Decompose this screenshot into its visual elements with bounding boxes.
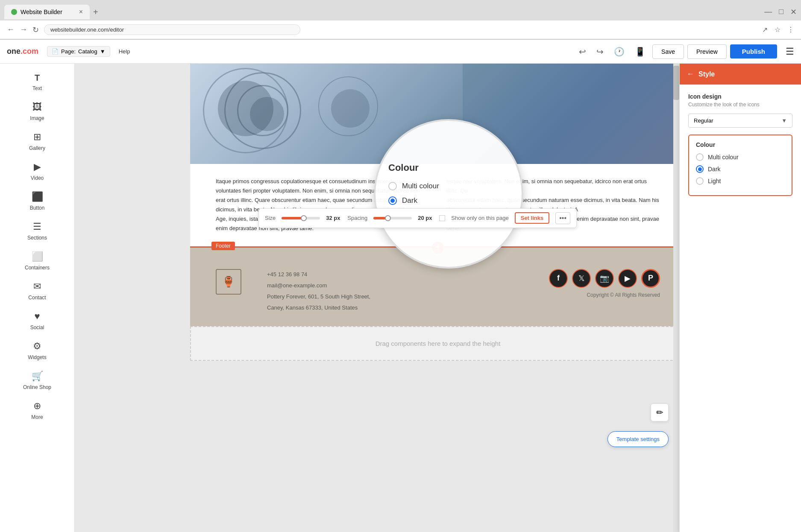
option-label-dark: Dark bbox=[402, 196, 417, 205]
button-icon: ⬛ bbox=[32, 191, 43, 202]
sidebar-item-containers[interactable]: ⬜ Containers bbox=[0, 246, 74, 276]
youtube-symbol: ▶ bbox=[625, 274, 631, 283]
sidebar-item-widgets[interactable]: ⚙ Widgets bbox=[0, 336, 74, 365]
browser-chrome: Website Builder × + — □ ✕ ← → ↻ websiteb… bbox=[0, 0, 801, 40]
history-button[interactable]: 🕐 bbox=[610, 45, 628, 58]
twitter-icon[interactable]: 𝕏 bbox=[572, 269, 591, 288]
back-button[interactable]: ← bbox=[7, 25, 15, 34]
icon-design-dropdown[interactable]: Regular ▼ bbox=[688, 114, 792, 128]
bookmark-icon[interactable]: ☆ bbox=[775, 26, 780, 34]
address-bar-actions: ↗ ☆ ⋮ bbox=[762, 26, 794, 34]
show-only-label: Show only on this page bbox=[451, 215, 508, 221]
tab-close-button[interactable]: × bbox=[79, 8, 83, 16]
style-panel-header: ← Style bbox=[680, 64, 801, 85]
footer-inner: 🏺 +45 12 36 98 74 mail@one-example.com P… bbox=[216, 269, 660, 313]
sidebar-item-contact[interactable]: ✉ Contact bbox=[0, 276, 74, 306]
scrollbar-thumb[interactable] bbox=[673, 66, 679, 100]
containers-icon: ⬜ bbox=[32, 251, 43, 262]
instagram-symbol: 📷 bbox=[600, 274, 609, 283]
save-button[interactable]: Save bbox=[652, 44, 684, 59]
colour-radio-light[interactable] bbox=[696, 177, 704, 185]
spacing-slider[interactable] bbox=[373, 217, 412, 219]
sections-icon: ☰ bbox=[33, 221, 41, 232]
page-icon: 📄 bbox=[52, 48, 59, 55]
video-icon: ▶ bbox=[34, 161, 41, 172]
app-menu-button[interactable]: ☰ bbox=[786, 46, 794, 57]
undo-button[interactable]: ↩ bbox=[575, 45, 590, 58]
colour-radio-multi[interactable] bbox=[696, 153, 704, 161]
sidebar-item-button[interactable]: ⬛ Button bbox=[0, 186, 74, 216]
radio-dark[interactable] bbox=[388, 196, 397, 205]
instagram-icon[interactable]: 📷 bbox=[595, 269, 614, 288]
edit-design-button[interactable]: ✏ bbox=[651, 403, 669, 421]
radio-multi-colour[interactable] bbox=[388, 182, 397, 190]
canvas-area: Itaque primos congressus copulationesque… bbox=[75, 64, 801, 532]
mobile-preview-button[interactable]: 📱 bbox=[631, 45, 649, 58]
preview-button[interactable]: Preview bbox=[687, 44, 727, 59]
sidebar-item-video[interactable]: ▶ Video bbox=[0, 156, 74, 186]
more-options-button[interactable]: ••• bbox=[555, 212, 570, 224]
contact-icon: ✉ bbox=[33, 281, 41, 292]
style-back-button[interactable]: ← bbox=[687, 70, 694, 79]
sidebar-item-image[interactable]: 🖼 Image bbox=[0, 96, 74, 126]
colour-radio-dark[interactable] bbox=[696, 165, 704, 173]
colour-label-light: Light bbox=[708, 178, 721, 184]
show-only-checkbox[interactable] bbox=[439, 215, 445, 221]
page-content: Itaque primos congressus copulationesque… bbox=[190, 64, 686, 361]
spacing-label: Spacing bbox=[347, 215, 367, 221]
sidebar-item-more[interactable]: ⊕ More bbox=[0, 395, 74, 425]
colour-label-dark: Dark bbox=[708, 166, 721, 172]
reload-button[interactable]: ↻ bbox=[32, 25, 39, 35]
footer-email: mail@one-example.com bbox=[267, 280, 455, 291]
sidebar-item-label: Containers bbox=[25, 265, 50, 271]
footer-address: Pottery Forever, 601, 5 South High Stree… bbox=[267, 291, 455, 302]
widgets-icon: ⚙ bbox=[33, 341, 41, 352]
sidebar-item-label: Online Shop bbox=[23, 384, 51, 390]
sidebar-item-sections[interactable]: ☰ Sections bbox=[0, 216, 74, 246]
size-slider[interactable] bbox=[282, 217, 320, 219]
sidebar-item-label: More bbox=[31, 414, 43, 420]
radio-dark-dot bbox=[390, 199, 395, 203]
footer-logo-area: 🏺 bbox=[216, 269, 250, 295]
maximize-button[interactable]: □ bbox=[779, 7, 783, 17]
colour-option-multi[interactable]: Multi colour bbox=[696, 153, 785, 161]
browser-menu-icon[interactable]: ⋮ bbox=[787, 26, 794, 34]
redo-button[interactable]: ↪ bbox=[593, 45, 607, 58]
browser-tab[interactable]: Website Builder × bbox=[4, 5, 90, 19]
sidebar-item-social[interactable]: ♥ Social bbox=[0, 306, 74, 336]
tab-favicon bbox=[11, 9, 17, 15]
size-label: Size bbox=[265, 215, 276, 221]
twitter-symbol: 𝕏 bbox=[578, 274, 585, 283]
pinterest-icon[interactable]: P bbox=[641, 269, 660, 288]
sidebar-item-online-shop[interactable]: 🛒 Online Shop bbox=[0, 365, 74, 395]
option-label-multi: Multi colour bbox=[402, 182, 439, 190]
window-controls: — □ ✕ bbox=[764, 7, 797, 17]
sidebar-item-label: Contact bbox=[28, 295, 46, 301]
forward-button[interactable]: → bbox=[20, 25, 27, 34]
sidebar-item-text[interactable]: T Text bbox=[0, 68, 74, 96]
share-icon[interactable]: ↗ bbox=[762, 26, 768, 34]
set-links-button[interactable]: Set links bbox=[515, 212, 549, 224]
sidebar-item-gallery[interactable]: ⊞ Gallery bbox=[0, 126, 74, 156]
url-input[interactable]: websitebuilder.one.com/editor bbox=[44, 24, 300, 35]
youtube-icon[interactable]: ▶ bbox=[618, 269, 637, 288]
magnifier-option-multi[interactable]: Multi colour bbox=[388, 182, 509, 190]
page-selector[interactable]: 📄 Page: Catalog ▼ bbox=[47, 46, 110, 57]
footer-contact-info: +45 12 36 98 74 mail@one-example.com Pot… bbox=[267, 269, 455, 313]
minimize-button[interactable]: — bbox=[764, 7, 772, 17]
template-settings-button[interactable]: Template settings bbox=[607, 431, 669, 447]
colour-panel: Colour Multi colour Dark Light bbox=[688, 134, 792, 196]
footer-address2: Caney, Kansas 67333, United States bbox=[267, 302, 455, 313]
help-label[interactable]: Help bbox=[119, 48, 130, 55]
online-shop-icon: 🛒 bbox=[32, 371, 43, 382]
sidebar-item-label: Text bbox=[32, 85, 42, 91]
icon-design-title: Icon design bbox=[688, 93, 792, 100]
close-button[interactable]: ✕ bbox=[790, 7, 797, 17]
facebook-icon[interactable]: f bbox=[549, 269, 568, 288]
publish-button[interactable]: Publish bbox=[730, 44, 777, 58]
new-tab-button[interactable]: + bbox=[93, 7, 98, 17]
copyright-text: Copyright © All Rights Reserved bbox=[472, 292, 660, 298]
colour-option-dark[interactable]: Dark bbox=[696, 165, 785, 173]
colour-option-light[interactable]: Light bbox=[696, 177, 785, 185]
magnifier-option-dark[interactable]: Dark bbox=[388, 196, 509, 205]
